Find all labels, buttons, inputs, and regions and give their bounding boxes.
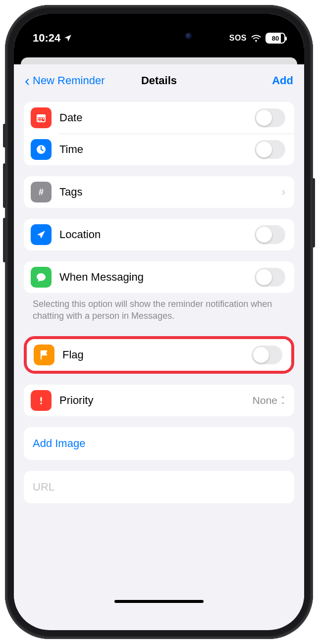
time-label: Time (59, 143, 247, 156)
date-label: Date (59, 111, 247, 124)
svg-rect-5 (43, 118, 44, 119)
location-group: Location (24, 219, 294, 250)
priority-value-text: None (253, 395, 277, 406)
back-button[interactable]: ‹ New Reminder (25, 73, 105, 88)
calendar-icon (31, 107, 52, 128)
status-right: SOS 80 (229, 33, 285, 44)
wifi-icon (251, 33, 262, 44)
flag-row[interactable]: Flag (27, 339, 291, 371)
flag-group: Flag (27, 339, 291, 371)
priority-group: Priority None ⌃⌄ (24, 385, 294, 416)
battery-icon: 80 (265, 33, 285, 44)
time-toggle[interactable] (255, 140, 285, 159)
priority-label: Priority (59, 394, 245, 407)
status-time: 10:24 (33, 32, 72, 45)
date-toggle[interactable] (255, 108, 285, 127)
back-label: New Reminder (33, 74, 105, 87)
sheet-stack (14, 53, 304, 64)
side-button (3, 218, 6, 262)
home-indicator[interactable] (114, 600, 204, 603)
priority-row[interactable]: Priority None ⌃⌄ (24, 385, 294, 416)
flag-highlight: Flag (24, 336, 294, 374)
content-area: Date Time # (14, 102, 304, 503)
messaging-row[interactable]: When Messaging (24, 261, 294, 293)
svg-rect-10 (41, 397, 42, 401)
flag-icon (34, 345, 54, 365)
date-row[interactable]: Date (24, 102, 294, 134)
message-icon (31, 267, 52, 288)
svg-text:#: # (39, 187, 44, 197)
side-button (312, 178, 315, 248)
svg-rect-3 (38, 118, 40, 119)
page-title: Details (141, 74, 177, 87)
location-label: Location (59, 228, 247, 241)
add-button[interactable]: Add (272, 74, 293, 87)
location-arrow-icon (63, 34, 72, 43)
location-toggle[interactable] (255, 225, 285, 244)
tags-row[interactable]: # Tags › (24, 176, 294, 208)
flag-label: Flag (62, 348, 244, 361)
url-group: URL (24, 471, 294, 503)
exclaim-icon (31, 390, 52, 411)
messaging-footer: Selecting this option will show the remi… (24, 293, 294, 322)
clock-icon (31, 139, 52, 160)
svg-rect-7 (41, 120, 42, 121)
tags-group: # Tags › (24, 176, 294, 208)
priority-value: None ⌃⌄ (253, 395, 285, 406)
url-input[interactable]: URL (24, 471, 294, 503)
screen: 10:24 SOS 80 ‹ New Reminder Details (14, 14, 304, 630)
tags-label: Tags (59, 186, 274, 198)
time-row[interactable]: Time (24, 134, 294, 165)
clock-text: 10:24 (33, 32, 60, 45)
add-image-button[interactable]: Add Image (24, 427, 294, 460)
svg-rect-1 (37, 114, 46, 117)
side-button (3, 124, 6, 148)
details-sheet: ‹ New Reminder Details Add Date (14, 64, 304, 609)
phone-frame: 10:24 SOS 80 ‹ New Reminder Details (5, 5, 313, 639)
dynamic-island (117, 25, 201, 48)
svg-rect-6 (38, 120, 40, 121)
messaging-toggle[interactable] (255, 268, 285, 287)
sos-label: SOS (229, 34, 247, 43)
background-sheet (21, 57, 297, 64)
date-time-group: Date Time (24, 102, 294, 165)
battery-level: 80 (272, 35, 279, 42)
flag-toggle[interactable] (252, 346, 282, 364)
side-button (3, 163, 6, 208)
svg-point-11 (40, 402, 42, 404)
hash-icon: # (31, 182, 52, 202)
chevron-right-icon: › (282, 186, 285, 198)
camera-dot (185, 33, 192, 40)
svg-rect-4 (41, 118, 42, 119)
nav-arrow-icon (31, 224, 52, 245)
messaging-label: When Messaging (59, 271, 247, 284)
location-row[interactable]: Location (24, 219, 294, 250)
chevron-left-icon: ‹ (25, 73, 30, 88)
add-image-group: Add Image (24, 427, 294, 460)
messaging-group: When Messaging (24, 261, 294, 293)
updown-icon: ⌃⌄ (280, 397, 285, 403)
nav-bar: ‹ New Reminder Details Add (14, 64, 304, 97)
url-placeholder-text: URL (33, 481, 54, 493)
